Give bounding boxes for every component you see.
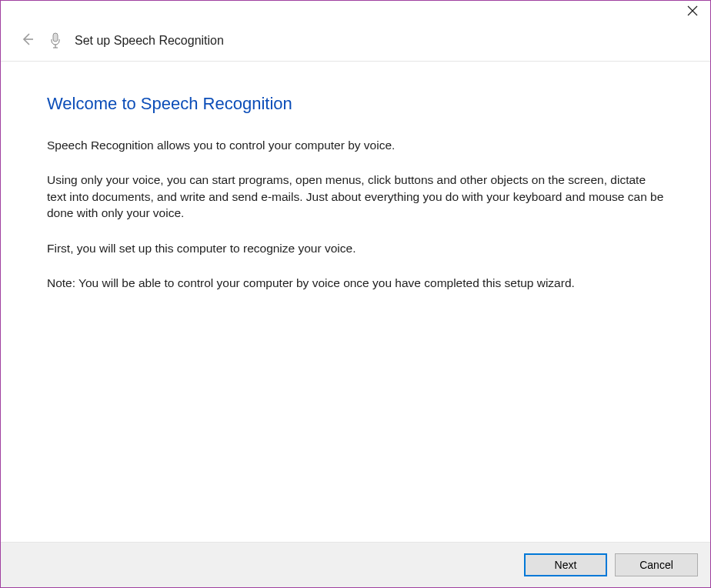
page-heading: Welcome to Speech Recognition <box>47 94 666 114</box>
cancel-button[interactable]: Cancel <box>615 553 698 576</box>
wizard-footer: Next Cancel <box>1 542 710 587</box>
paragraph: Speech Recognition allows you to control… <box>47 137 666 153</box>
svg-rect-3 <box>53 33 58 42</box>
paragraph: Note: You will be able to control your c… <box>47 275 666 291</box>
next-button[interactable]: Next <box>524 553 607 576</box>
microphone-icon <box>48 32 62 49</box>
close-button[interactable] <box>686 5 699 19</box>
arrow-left-icon <box>19 32 35 50</box>
wizard-header: Set up Speech Recognition <box>1 28 710 62</box>
wizard-content: Welcome to Speech Recognition Speech Rec… <box>1 62 710 291</box>
back-button[interactable] <box>18 32 36 50</box>
paragraph: Using only your voice, you can start pro… <box>47 172 666 221</box>
body-text: Speech Recognition allows you to control… <box>47 137 666 291</box>
paragraph: First, you will set up this computer to … <box>47 240 666 256</box>
wizard-title: Set up Speech Recognition <box>75 34 224 48</box>
close-icon <box>687 5 698 19</box>
titlebar <box>1 1 710 28</box>
